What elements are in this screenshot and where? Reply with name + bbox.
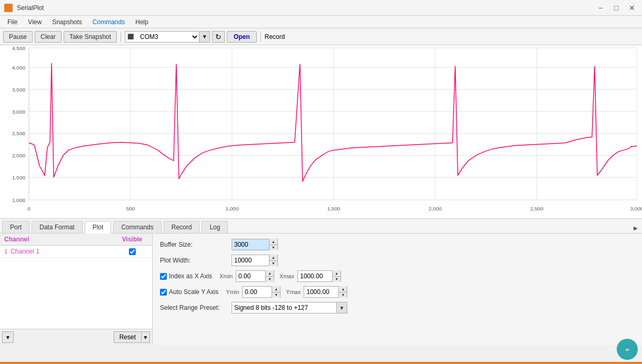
tab-scroll-right[interactable]: ▶ — [631, 223, 640, 233]
tab-port[interactable]: Port — [2, 221, 29, 233]
index-x-checkbox[interactable] — [160, 273, 167, 280]
plot-width-input-wrapper: ▲ ▼ — [232, 255, 278, 266]
svg-text:2,000: 2,000 — [12, 153, 25, 158]
menu-file[interactable]: File — [2, 16, 23, 28]
xmin-input[interactable] — [236, 271, 265, 281]
window-title: SerialPlot — [17, 4, 590, 12]
buffer-size-spin-down[interactable]: ▼ — [269, 245, 277, 251]
pause-button[interactable]: Pause — [3, 31, 33, 43]
channel-table-header: Channel Visible — [0, 234, 152, 246]
range-preset-select[interactable]: Signed 8 bits -128 to +127 Unsigned 8 bi… — [232, 302, 336, 313]
buffer-size-spin-up[interactable]: ▲ — [269, 239, 277, 245]
xmin-spin-down[interactable]: ▼ — [266, 277, 274, 282]
index-x-row: Index as X Axis Xmin ▲ ▼ Xmax ▲ ▼ — [160, 270, 635, 282]
range-preset-row: Select Range Preset: Signed 8 bits -128 … — [160, 302, 635, 314]
svg-text:4,000: 4,000 — [12, 65, 25, 70]
svg-text:0: 0 — [27, 206, 31, 211]
auto-scale-checkbox[interactable] — [160, 289, 167, 296]
menu-commands[interactable]: Commands — [87, 16, 130, 28]
menu-snapshots[interactable]: Snapshots — [47, 16, 87, 28]
range-preset-label: Select Range Preset: — [160, 304, 228, 311]
xmin-label: Xmin — [219, 273, 233, 279]
snapshot-button[interactable]: Take Snapshot — [64, 31, 117, 43]
xmin-spin-up[interactable]: ▲ — [266, 270, 274, 277]
open-button[interactable]: Open — [227, 31, 257, 43]
tab-record[interactable]: Record — [164, 221, 200, 233]
ymax-spin-up[interactable]: ▲ — [339, 286, 347, 292]
port-select[interactable]: COM3 — [136, 33, 199, 41]
title-bar: SerialPlot − □ ✕ — [0, 0, 642, 16]
svg-text:2,000: 2,000 — [429, 206, 442, 211]
tab-commands[interactable]: Commands — [113, 221, 161, 233]
menu-bar: File View Snapshots Commands Help — [0, 16, 642, 28]
svg-text:2,500: 2,500 — [12, 130, 25, 136]
chart-area: 4,500 4,000 3,500 3,000 2,500 2,000 1,50… — [0, 45, 642, 219]
svg-text:1,500: 1,500 — [327, 206, 340, 211]
channel-name: Channel 1 — [11, 248, 116, 255]
plot-width-row: Plot Width: ▲ ▼ — [160, 255, 635, 266]
svg-text:1,500: 1,500 — [12, 175, 25, 180]
plot-width-spin-up[interactable]: ▲ — [269, 255, 277, 261]
index-x-label[interactable]: Index as X Axis — [160, 272, 212, 280]
buffer-size-label: Buffer Size: — [160, 241, 228, 248]
ymin-spin-btns: ▲ ▼ — [272, 286, 280, 298]
svg-text:500: 500 — [126, 206, 135, 211]
menu-view[interactable]: View — [23, 16, 47, 28]
xmax-input[interactable] — [298, 271, 332, 281]
xmin-spin-btns: ▲ ▼ — [265, 270, 274, 282]
toolbar-separator-1 — [121, 32, 121, 42]
tab-log[interactable]: Log — [202, 221, 228, 233]
svg-text:3,000: 3,000 — [630, 206, 642, 211]
port-icon: ⬛ — [125, 32, 136, 42]
plot-width-spin-down[interactable]: ▼ — [269, 261, 277, 267]
ymin-input[interactable] — [243, 287, 272, 297]
xmax-spin-down[interactable]: ▼ — [333, 277, 340, 282]
plot-width-spin-btns: ▲ ▼ — [269, 255, 277, 266]
ymax-spin-btns: ▲ ▼ — [338, 286, 347, 298]
svg-text:1,000: 1,000 — [12, 197, 25, 203]
plot-width-label: Plot Width: — [160, 257, 228, 264]
menu-help[interactable]: Help — [130, 16, 154, 28]
record-label: Record — [265, 33, 285, 41]
tab-plot[interactable]: Plot — [85, 221, 112, 234]
range-dropdown-arrow[interactable]: ▼ — [336, 302, 347, 313]
tab-data-format[interactable]: Data Format — [32, 221, 83, 233]
plot-width-input[interactable] — [232, 255, 269, 266]
settings-panel: Buffer Size: ▲ ▼ Plot Width: ▲ ▼ — [153, 234, 642, 345]
svg-text:3,500: 3,500 — [12, 87, 25, 93]
reset-dropdown-arrow[interactable]: ▼ — [142, 331, 150, 343]
buffer-size-input[interactable] — [232, 239, 269, 250]
arduino-logo: ∞ — [617, 339, 638, 360]
toolbar: Pause Clear Take Snapshot ⬛ COM3 ▼ ↻ Ope… — [0, 28, 642, 45]
channel-visible-checkbox[interactable] — [129, 248, 136, 255]
refresh-button[interactable]: ↻ — [212, 31, 225, 43]
xmax-input-wrapper: ▲ ▼ — [297, 270, 341, 282]
auto-scale-label[interactable]: Auto Scale Y Axis — [160, 288, 218, 296]
scroll-down-button[interactable]: ▼ — [2, 331, 14, 343]
channel-row: 1 Channel 1 — [0, 246, 152, 258]
bottom-border — [0, 362, 642, 364]
svg-text:2,500: 2,500 — [530, 206, 544, 211]
auto-scale-row: Auto Scale Y Axis Ymin ▲ ▼ Ymax ▲ ▼ — [160, 286, 635, 298]
channel-visible-checkbox-wrapper — [116, 248, 148, 255]
chart-svg: 4,500 4,000 3,500 3,000 2,500 2,000 1,50… — [0, 45, 642, 218]
reset-button[interactable]: Reset — [114, 331, 142, 343]
maximize-button[interactable]: □ — [610, 2, 622, 14]
ymin-spin-down[interactable]: ▼ — [272, 292, 280, 298]
clear-button[interactable]: Clear — [35, 31, 62, 43]
channel-panel: Channel Visible 1 Channel 1 ▼ Reset ▼ — [0, 234, 153, 345]
toolbar-separator-2 — [260, 32, 261, 42]
ymin-spin-up[interactable]: ▲ — [272, 286, 280, 292]
ymax-input-wrapper: ▲ ▼ — [304, 286, 347, 298]
app-icon — [4, 4, 13, 12]
tabs-bar: Port Data Format Plot Commands Record Lo… — [0, 219, 642, 234]
port-dropdown-arrow[interactable]: ▼ — [199, 32, 209, 42]
xmax-spin-up[interactable]: ▲ — [333, 270, 340, 277]
close-button[interactable]: ✕ — [626, 2, 638, 14]
ymin-label: Ymin — [226, 289, 239, 295]
ymax-input[interactable] — [304, 287, 338, 297]
channel-panel-bottom: ▼ Reset ▼ — [0, 329, 152, 345]
channel-header-visible: Visible — [116, 236, 148, 243]
minimize-button[interactable]: − — [595, 2, 606, 14]
ymax-spin-down[interactable]: ▼ — [339, 292, 347, 298]
